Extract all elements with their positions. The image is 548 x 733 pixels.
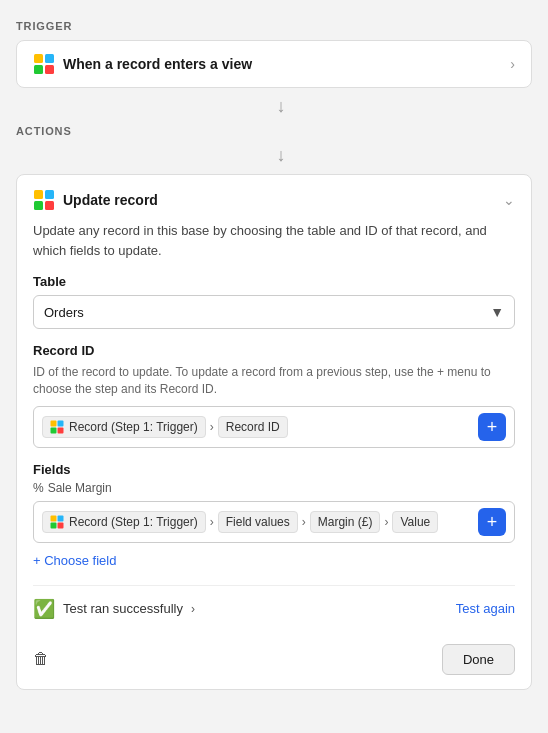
action-airtable-icon — [33, 189, 55, 211]
trigger-title: When a record enters a view — [63, 56, 252, 72]
svg-rect-10 — [51, 427, 57, 433]
svg-rect-7 — [45, 201, 54, 210]
actions-section-label: ACTIONS — [16, 125, 532, 137]
actions-arrow: ↓ — [30, 145, 532, 166]
success-chevron-icon: › — [191, 602, 195, 616]
record-id-plus-button[interactable]: + — [478, 413, 506, 441]
field-sub-label: % Sale Margin — [33, 481, 515, 495]
field-values-token[interactable]: Field values — [218, 511, 298, 533]
trigger-to-actions-arrow: ↓ — [30, 96, 532, 117]
svg-rect-8 — [51, 420, 57, 426]
action-chevron-down-icon[interactable]: ⌄ — [503, 192, 515, 208]
field-step-token-text: Record (Step 1: Trigger) — [69, 515, 198, 529]
field-step-token[interactable]: Record (Step 1: Trigger) — [42, 511, 206, 533]
table-label: Table — [33, 274, 515, 289]
record-id-token[interactable]: Record ID — [218, 416, 288, 438]
value-token[interactable]: Value — [392, 511, 438, 533]
svg-rect-9 — [58, 420, 64, 426]
svg-rect-12 — [51, 515, 57, 521]
success-check-icon: ✅ — [33, 598, 55, 620]
svg-rect-14 — [51, 522, 57, 528]
percent-icon: % — [33, 481, 44, 495]
svg-rect-15 — [58, 522, 64, 528]
svg-rect-4 — [34, 190, 43, 199]
action-description: Update any record in this base by choosi… — [33, 221, 515, 260]
done-button[interactable]: Done — [442, 644, 515, 675]
fields-section-label: Fields — [33, 462, 515, 477]
table-select-value: Orders — [44, 305, 84, 320]
trash-icon[interactable]: 🗑 — [33, 650, 49, 668]
success-left: ✅ Test ran successfully › — [33, 598, 195, 620]
update-record-card: Update record ⌄ Update any record in thi… — [16, 174, 532, 690]
svg-rect-0 — [34, 54, 43, 63]
choose-field-link[interactable]: + Choose field — [33, 553, 116, 568]
svg-rect-5 — [45, 190, 54, 199]
field-values-token-text: Field values — [226, 515, 290, 529]
trigger-airtable-icon — [33, 53, 55, 75]
trigger-chevron-right-icon: › — [510, 56, 515, 72]
field-sep1: › — [210, 515, 214, 529]
svg-rect-2 — [34, 65, 43, 74]
record-id-token-text: Record ID — [226, 420, 280, 434]
field-sub-label-text: Sale Margin — [48, 481, 112, 495]
field-plus-icon: + — [487, 513, 498, 531]
table-select[interactable]: Orders ▼ — [33, 295, 515, 329]
table-select-arrow-icon: ▼ — [490, 304, 504, 320]
svg-rect-13 — [58, 515, 64, 521]
svg-rect-6 — [34, 201, 43, 210]
svg-rect-3 — [45, 65, 54, 74]
action-title: Update record — [63, 192, 158, 208]
test-again-link[interactable]: Test again — [456, 601, 515, 616]
margin-token[interactable]: Margin (£) — [310, 511, 381, 533]
field-token-airtable-icon — [50, 515, 64, 529]
record-id-separator: › — [210, 420, 214, 434]
field-plus-button[interactable]: + — [478, 508, 506, 536]
svg-rect-1 — [45, 54, 54, 63]
bottom-row: 🗑 Done — [33, 634, 515, 675]
field-token-row: Record (Step 1: Trigger) › Field values … — [33, 501, 515, 543]
record-token-airtable-icon — [50, 420, 64, 434]
trigger-card[interactable]: When a record enters a view › — [16, 40, 532, 88]
record-step-token-text: Record (Step 1: Trigger) — [69, 420, 198, 434]
plus-icon: + — [487, 418, 498, 436]
value-token-text: Value — [400, 515, 430, 529]
record-id-hint: ID of the record to update. To update a … — [33, 364, 515, 398]
success-text: Test ran successfully — [63, 601, 183, 616]
svg-rect-11 — [58, 427, 64, 433]
record-step-token[interactable]: Record (Step 1: Trigger) — [42, 416, 206, 438]
success-row: ✅ Test ran successfully › Test again — [33, 585, 515, 620]
margin-token-text: Margin (£) — [318, 515, 373, 529]
record-id-token-row: Record (Step 1: Trigger) › Record ID + — [33, 406, 515, 448]
field-sep2: › — [302, 515, 306, 529]
field-sep3: › — [384, 515, 388, 529]
trigger-section-label: TRIGGER — [16, 20, 532, 32]
record-id-label: Record ID — [33, 343, 515, 358]
